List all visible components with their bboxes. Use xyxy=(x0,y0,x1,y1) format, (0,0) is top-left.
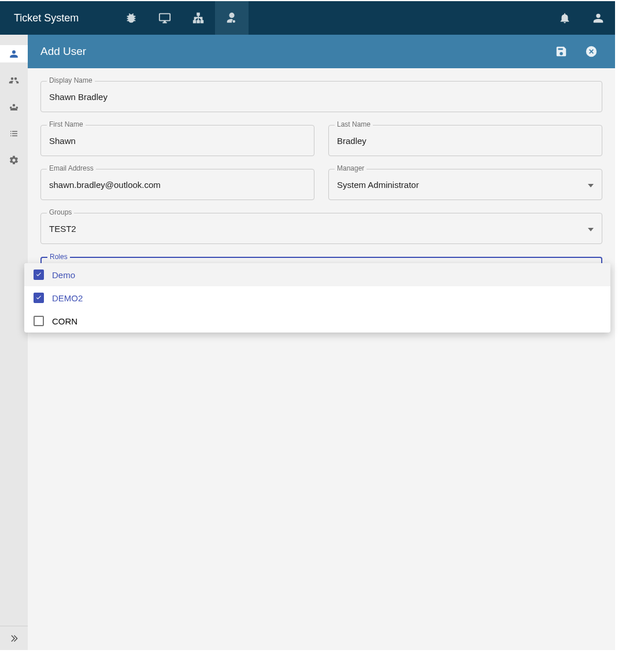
sidebar-list-icon[interactable] xyxy=(0,125,28,142)
groups-field[interactable]: Groups TEST2 xyxy=(40,213,602,244)
notifications-icon[interactable] xyxy=(548,1,582,35)
manager-field[interactable]: Manager System Administrator xyxy=(328,169,602,200)
save-button[interactable] xyxy=(550,40,572,62)
roles-option[interactable]: Demo xyxy=(24,263,610,286)
display-name-input[interactable] xyxy=(49,92,594,102)
main-content: Add User Display Name First Name xyxy=(28,35,615,650)
close-button[interactable] xyxy=(580,40,602,62)
sidebar-users-icon[interactable] xyxy=(0,72,28,89)
groups-value: TEST2 xyxy=(49,224,588,234)
first-name-label: First Name xyxy=(47,120,86,128)
checkbox-checked-icon xyxy=(34,293,44,303)
page-title: Add User xyxy=(40,45,86,58)
sidebar-settings-icon[interactable] xyxy=(0,152,28,169)
nav-sitemap-icon[interactable] xyxy=(182,1,215,35)
top-navbar: Ticket System xyxy=(0,1,615,35)
sidebar-user-icon[interactable] xyxy=(0,45,28,62)
roles-option-label: DEMO2 xyxy=(52,293,83,303)
roles-option[interactable]: CORN xyxy=(24,309,610,333)
first-name-field[interactable]: First Name xyxy=(40,125,314,156)
sidebar-groups-icon[interactable] xyxy=(0,98,28,116)
email-input[interactable] xyxy=(49,180,306,190)
manager-label: Manager xyxy=(335,164,366,172)
account-icon[interactable] xyxy=(582,1,615,35)
chevron-down-icon xyxy=(588,179,594,190)
display-name-field[interactable]: Display Name xyxy=(40,81,602,112)
email-label: Email Address xyxy=(47,164,96,172)
last-name-label: Last Name xyxy=(335,120,373,128)
app-title: Ticket System xyxy=(0,12,114,24)
last-name-input[interactable] xyxy=(337,136,594,146)
nav-user-admin-icon[interactable] xyxy=(215,1,249,35)
sidebar-expand-icon[interactable] xyxy=(0,626,28,650)
roles-dropdown-popup: Demo DEMO2 CORN xyxy=(24,263,610,333)
last-name-field[interactable]: Last Name xyxy=(328,125,602,156)
left-sidebar xyxy=(0,35,28,650)
checkbox-checked-icon xyxy=(34,269,44,280)
first-name-input[interactable] xyxy=(49,136,306,146)
chevron-down-icon xyxy=(588,223,594,234)
nav-desktop-icon[interactable] xyxy=(148,1,182,35)
page-header: Add User xyxy=(28,35,615,68)
roles-option-label: Demo xyxy=(52,270,75,280)
nav-bug-icon[interactable] xyxy=(114,1,148,35)
roles-option-label: CORN xyxy=(52,316,77,326)
groups-label: Groups xyxy=(47,208,74,216)
email-field[interactable]: Email Address xyxy=(40,169,314,200)
manager-value: System Administrator xyxy=(337,180,588,190)
display-name-label: Display Name xyxy=(47,76,95,84)
roles-label: Roles xyxy=(47,253,70,261)
roles-option[interactable]: DEMO2 xyxy=(24,286,610,309)
checkbox-unchecked-icon xyxy=(34,316,44,326)
